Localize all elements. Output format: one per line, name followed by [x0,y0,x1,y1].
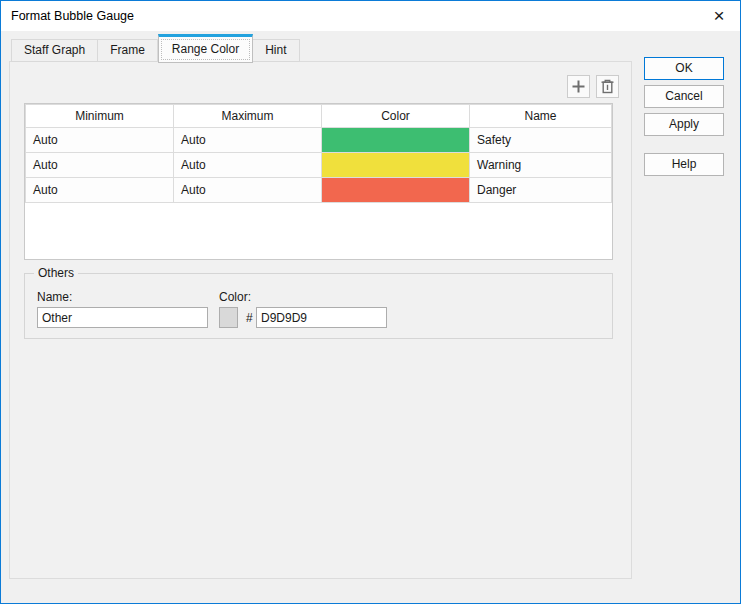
tab-range-color[interactable]: Range Color [158,34,253,63]
cell-name[interactable]: Safety [470,128,612,153]
cell-name[interactable]: Warning [470,153,612,178]
other-color-swatch[interactable] [219,307,238,328]
column-header-minimum: Minimum [26,105,174,128]
cancel-button[interactable]: Cancel [644,85,724,108]
others-group: Others Name: Color: # [24,273,613,339]
table-row: Auto Auto Safety [26,128,612,153]
range-color-table: Minimum Maximum Color Name Auto Auto Saf… [24,103,613,260]
close-button[interactable]: × [702,1,736,30]
tab-staff-graph[interactable]: Staff Graph [11,39,98,62]
cell-color[interactable] [322,128,470,153]
add-range-button[interactable] [567,75,590,98]
table-row: Auto Auto Danger [26,178,612,203]
cell-minimum[interactable]: Auto [26,178,174,203]
cell-maximum[interactable]: Auto [174,128,322,153]
cell-maximum[interactable]: Auto [174,178,322,203]
trash-icon [600,79,615,94]
tab-strip: Staff Graph Frame Range Color Hint [11,33,300,62]
tab-hint[interactable]: Hint [253,39,299,62]
help-button[interactable]: Help [644,153,724,176]
column-header-color: Color [322,105,470,128]
other-name-input[interactable] [37,307,208,328]
range-color-tab-panel: Minimum Maximum Color Name Auto Auto Saf… [9,61,632,579]
column-header-maximum: Maximum [174,105,322,128]
cell-minimum[interactable]: Auto [26,128,174,153]
dialog-window: Format Bubble Gauge × Staff Graph Frame … [0,0,741,604]
cell-minimum[interactable]: Auto [26,153,174,178]
apply-button[interactable]: Apply [644,113,724,136]
hash-symbol: # [246,311,253,325]
others-group-label: Others [34,266,78,280]
title-bar: Format Bubble Gauge × [1,1,740,31]
table-header-row: Minimum Maximum Color Name [26,105,612,128]
close-icon: × [713,6,724,25]
dialog-title: Format Bubble Gauge [11,1,134,31]
cell-maximum[interactable]: Auto [174,153,322,178]
cell-color[interactable] [322,153,470,178]
cell-color[interactable] [322,178,470,203]
table-row: Auto Auto Warning [26,153,612,178]
color-swatch-warning[interactable] [322,153,469,177]
plus-icon [571,79,586,94]
name-label: Name: [37,290,72,304]
tab-frame[interactable]: Frame [98,39,158,62]
ok-button[interactable]: OK [644,57,724,80]
delete-range-button[interactable] [596,75,619,98]
color-swatch-danger[interactable] [322,178,469,202]
color-label: Color: [219,290,251,304]
other-color-hex-input[interactable] [256,307,387,328]
cell-name[interactable]: Danger [470,178,612,203]
column-header-name: Name [470,105,612,128]
color-swatch-safety[interactable] [322,128,469,152]
